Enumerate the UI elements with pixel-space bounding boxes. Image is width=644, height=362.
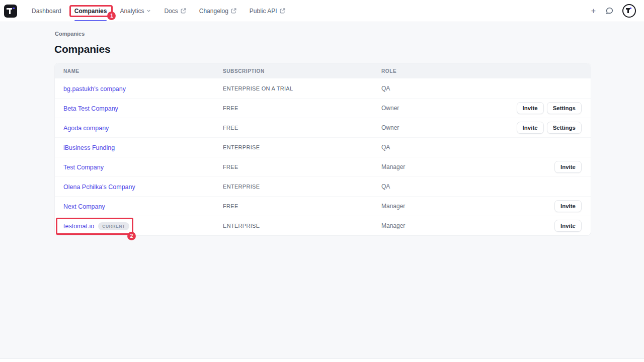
logo-accent-shape: [13, 8, 15, 10]
subscription-cell: FREE: [223, 125, 381, 131]
role-cell: Manager: [381, 203, 554, 210]
annotation-step-2-badge: 2: [127, 232, 136, 240]
company-name-cell: bg.pastukh's company: [63, 84, 223, 93]
company-name-cell: Agoda company: [63, 123, 223, 132]
role-cell: QA: [381, 183, 582, 190]
invite-button[interactable]: Invite: [554, 161, 582, 173]
company-link[interactable]: bg.pastukh's company: [63, 85, 126, 93]
nav-item-label: Changelog: [199, 8, 228, 15]
company-link[interactable]: iBusiness Funding: [63, 144, 115, 151]
role-cell: Owner: [381, 105, 517, 112]
company-name-cell: iBusiness Funding: [63, 143, 223, 152]
invite-button[interactable]: Invite: [554, 200, 582, 212]
role-cell: Manager: [381, 163, 554, 170]
brand-logo[interactable]: [4, 5, 17, 18]
table-row: bg.pastukh's companyENTERPRISE ON A TRIA…: [55, 78, 591, 98]
main-nav: DashboardCompanies1AnalyticsDocsChangelo…: [25, 0, 292, 22]
company-link[interactable]: testomat.io: [63, 223, 94, 230]
external-link-icon: [231, 8, 236, 14]
nav-item-docs[interactable]: Docs: [157, 0, 192, 22]
company-link[interactable]: Olena Pchilka's Company: [63, 184, 135, 191]
role-cell: QA: [381, 85, 582, 92]
nav-item-label: Public API: [250, 8, 277, 15]
table-row: Test CompanyFREEManagerInvite: [55, 157, 591, 176]
logo-shape: [9, 8, 11, 15]
table-header: NAME SUBSCRIPTION ROLE: [55, 63, 591, 78]
nav-item-label: Companies: [74, 8, 107, 15]
company-name-cell: Next Company: [63, 202, 223, 211]
external-link-icon: [280, 8, 285, 14]
company-name-cell: Test Company: [63, 162, 223, 171]
table-body: bg.pastukh's companyENTERPRISE ON A TRIA…: [55, 78, 591, 235]
user-avatar[interactable]: [622, 4, 636, 18]
chevron-down-icon: [146, 9, 151, 13]
company-name-cell: Beta Test Company: [63, 104, 223, 113]
company-name-cell: Olena Pchilka's Company: [63, 182, 223, 191]
external-link-icon: [181, 8, 186, 14]
subscription-cell: FREE: [223, 105, 381, 111]
nav-item-companies[interactable]: Companies1: [68, 0, 114, 22]
row-actions: Invite: [554, 220, 582, 232]
table-row: testomat.ioCURRENT2ENTERPRISEManagerInvi…: [55, 216, 591, 235]
row-actions: Invite: [554, 200, 582, 212]
app-header: DashboardCompanies1AnalyticsDocsChangelo…: [0, 0, 644, 22]
avatar-logo-shape: [627, 8, 629, 13]
row-actions: InviteSettings: [517, 102, 582, 114]
invite-button[interactable]: Invite: [517, 122, 544, 134]
column-header-subscription: SUBSCRIPTION: [223, 68, 381, 74]
header-right: +: [590, 4, 636, 18]
nav-item-public-api[interactable]: Public API: [243, 0, 292, 22]
main-content: Companies Companies NAME SUBSCRIPTION RO…: [0, 22, 644, 236]
role-cell: Owner: [381, 124, 517, 131]
column-header-name: NAME: [63, 68, 223, 74]
invite-button[interactable]: Invite: [554, 220, 582, 232]
subscription-cell: FREE: [223, 164, 381, 170]
invite-button[interactable]: Invite: [517, 102, 544, 114]
avatar-logo-accent: [630, 8, 631, 9]
add-button[interactable]: +: [590, 6, 597, 16]
subscription-cell: ENTERPRISE ON A TRIAL: [223, 85, 381, 92]
row-actions: InviteSettings: [517, 122, 582, 134]
subscription-cell: ENTERPRISE: [223, 184, 381, 190]
settings-button[interactable]: Settings: [547, 102, 582, 114]
company-link[interactable]: Test Company: [63, 164, 104, 171]
nav-item-changelog[interactable]: Changelog: [193, 0, 243, 22]
row-actions: Invite: [554, 161, 582, 173]
company-name-cell: testomat.ioCURRENT2: [63, 221, 223, 230]
company-link[interactable]: Agoda company: [63, 125, 109, 132]
support-chat-icon: [605, 7, 614, 15]
plus-icon: +: [591, 7, 596, 15]
column-header-role: ROLE: [381, 68, 582, 74]
settings-button[interactable]: Settings: [547, 122, 582, 134]
subscription-cell: FREE: [223, 203, 381, 209]
company-link[interactable]: Beta Test Company: [63, 105, 118, 112]
breadcrumb[interactable]: Companies: [55, 31, 591, 37]
page-title: Companies: [54, 43, 591, 55]
table-row: Beta Test CompanyFREEOwnerInviteSettings: [55, 98, 591, 118]
companies-table: NAME SUBSCRIPTION ROLE bg.pastukh's comp…: [54, 63, 591, 236]
support-chat-button[interactable]: [604, 6, 615, 16]
table-row: Olena Pchilka's CompanyENTERPRISEQA: [55, 176, 591, 196]
nav-item-label: Dashboard: [32, 8, 61, 15]
role-cell: QA: [381, 144, 582, 151]
company-link[interactable]: Next Company: [63, 203, 105, 210]
nav-item-label: Analytics: [120, 8, 144, 15]
table-row: iBusiness FundingENTERPRISEQA: [55, 137, 591, 157]
subscription-cell: ENTERPRISE: [223, 144, 381, 150]
subscription-cell: ENTERPRISE: [223, 223, 381, 229]
table-row: Agoda companyFREEOwnerInviteSettings: [55, 118, 591, 137]
table-row: Next CompanyFREEManagerInvite: [55, 196, 591, 216]
nav-item-analytics[interactable]: Analytics: [113, 0, 157, 22]
role-cell: Manager: [381, 222, 554, 229]
active-tab-indicator: [74, 20, 107, 21]
nav-item-label: Docs: [164, 8, 178, 15]
current-company-badge: CURRENT: [98, 222, 129, 230]
bottom-strip: [0, 358, 644, 362]
nav-item-dashboard[interactable]: Dashboard: [25, 0, 68, 22]
